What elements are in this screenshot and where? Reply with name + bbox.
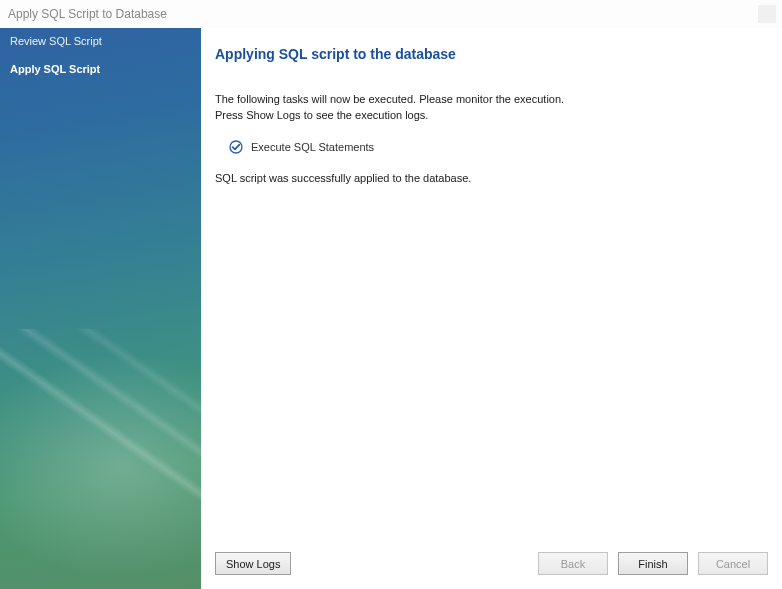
sidebar-step-label: Review SQL Script	[10, 35, 102, 47]
cancel-button: Cancel	[698, 552, 768, 575]
sidebar-step-label: Apply SQL Script	[10, 63, 100, 75]
show-logs-button[interactable]: Show Logs	[215, 552, 291, 575]
wizard-sidebar: Review SQL Script Apply SQL Script	[0, 28, 201, 589]
sidebar-step-apply: Apply SQL Script	[0, 54, 201, 84]
task-row: Execute SQL Statements	[229, 140, 768, 154]
title-bar: Apply SQL Script to Database	[0, 0, 782, 28]
back-button: Back	[538, 552, 608, 575]
content-area: Review SQL Script Apply SQL Script Apply…	[0, 28, 782, 589]
window-title: Apply SQL Script to Database	[8, 7, 167, 21]
page-heading: Applying SQL script to the database	[215, 46, 768, 62]
intro-line-1: The following tasks will now be executed…	[215, 93, 564, 105]
main-panel: Applying SQL script to the database The …	[201, 28, 782, 589]
checkmark-icon	[229, 140, 243, 154]
task-label: Execute SQL Statements	[251, 141, 374, 153]
sidebar-step-review: Review SQL Script	[0, 28, 201, 54]
button-bar: Show Logs Back Finish Cancel	[215, 552, 768, 575]
status-message: SQL script was successfully applied to t…	[215, 172, 768, 184]
window-button-placeholder	[758, 5, 776, 23]
intro-line-2: Press Show Logs to see the execution log…	[215, 109, 428, 121]
intro-text: The following tasks will now be executed…	[215, 92, 768, 124]
finish-button[interactable]: Finish	[618, 552, 688, 575]
